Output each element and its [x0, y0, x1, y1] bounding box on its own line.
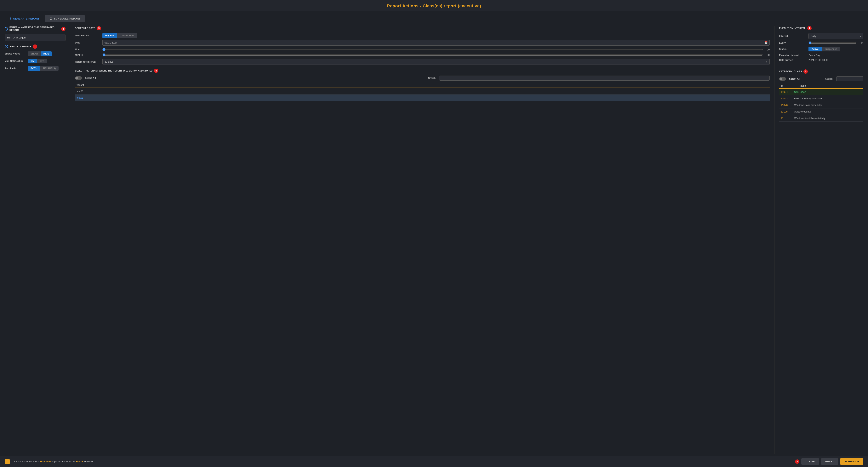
report-name-input[interactable]: [5, 34, 65, 41]
class-item-2[interactable]: 11076 Windows Task Scheduler: [779, 102, 863, 109]
class-id-2: 11076: [781, 104, 794, 107]
status-active-btn[interactable]: Active: [808, 47, 822, 51]
schedule-icon: ⏱: [50, 17, 53, 20]
panel-mid: Schedule Date 3 Date Format Day full Cur…: [70, 26, 774, 454]
divider: [779, 66, 863, 66]
tabs-bar: ⬆ Generate Report ⏱ Schedule Report: [0, 11, 868, 22]
mail-notification-toggle: On Off: [28, 59, 47, 63]
section3-header: Schedule Date 3: [75, 26, 770, 30]
tab-schedule-label: Schedule Report: [54, 17, 81, 20]
msg-reset-word: Reset: [76, 460, 83, 463]
date-format-dayfull-btn[interactable]: Day full: [102, 33, 117, 38]
class-item-0[interactable]: 11004 Unix logon: [779, 89, 863, 95]
date-value: 03/01/2024: [104, 41, 117, 44]
minute-value: 00: [764, 54, 770, 56]
class-id-sort-icon: ↑: [795, 85, 797, 87]
mail-off-btn[interactable]: Off: [37, 59, 47, 63]
status-suspended-btn[interactable]: Suspended: [822, 47, 840, 51]
section7-badge: 7: [795, 460, 799, 464]
interval-select[interactable]: Daily Weekly Monthly: [808, 33, 863, 39]
date-preview-row: Date preview: 2024-01-03 00:00: [779, 59, 863, 61]
class-search-label: Search:: [825, 78, 833, 80]
exec-interval-value: Every Day: [808, 54, 863, 57]
class-search-input[interactable]: [836, 76, 863, 81]
class-item-4[interactable]: 11... Windows Audit base Activity: [779, 115, 863, 122]
class-id-3: 11105: [781, 110, 794, 113]
class-name-4: Windows Audit base Activity: [794, 117, 825, 120]
section3-title: Schedule Date: [75, 27, 95, 30]
tenant-list-header: Tenant ↑: [75, 83, 770, 88]
tenant-select-all-label: Select All: [85, 77, 96, 80]
section1-header: i Enter a name for the generated report …: [5, 26, 65, 31]
class-name-3: Apache events: [794, 110, 811, 113]
schedule-button[interactable]: Schedule: [840, 458, 863, 465]
date-field[interactable]: 03/01/2024 📅: [102, 40, 770, 46]
reference-interval-select[interactable]: 30 days 7 days 60 days 90 days: [102, 59, 770, 65]
tab-schedule[interactable]: ⏱ Schedule Report: [45, 15, 85, 22]
section2-badge: 2: [33, 45, 37, 49]
class-id-0: 11004: [781, 90, 794, 93]
reference-interval-row: Reference Interval 30 days 7 days 60 day…: [75, 59, 770, 65]
panel-left: i Enter a name for the generated report …: [5, 26, 70, 454]
hour-value: 00: [764, 48, 770, 51]
section4-header: Execution Interval 4: [779, 26, 863, 30]
date-label: Date: [75, 41, 100, 44]
every-slider[interactable]: [808, 41, 857, 45]
empty-nodes-row: Empty nodes Show Hide: [5, 51, 65, 56]
every-label: Every: [779, 41, 806, 44]
date-format-currentdate-btn[interactable]: Current date: [117, 33, 137, 38]
class-list-controls: Select All Search:: [779, 76, 863, 81]
minute-slider[interactable]: [102, 53, 763, 56]
interval-select-wrapper: Daily Weekly Monthly: [808, 33, 863, 39]
warning-icon: !: [5, 459, 10, 464]
tenant-item-1[interactable]: test01: [75, 94, 770, 101]
status-row: Status Active Suspended: [779, 47, 863, 51]
mail-on-btn[interactable]: On: [28, 59, 37, 63]
every-row: Every 01: [779, 41, 863, 45]
class-select-all-toggle[interactable]: [779, 77, 786, 81]
tenant-list: test00 test01: [75, 88, 770, 101]
minute-row: Minute 00: [75, 53, 770, 56]
warning-icon-symbol: !: [7, 460, 8, 463]
section5-badge: 5: [154, 69, 158, 73]
section5-title: Select the tenant where the report will …: [75, 69, 152, 72]
class-item-1[interactable]: 11062 Users anomaly detection: [779, 95, 863, 102]
minute-label: Minute: [75, 54, 100, 56]
section2-title: Report options: [10, 45, 31, 48]
archive-both-btn[interactable]: Both: [28, 66, 40, 71]
date-preview-value: 2024-01-03 00:00: [808, 59, 863, 61]
section6-badge: 6: [803, 69, 808, 74]
tab-generate-label: Generate Report: [13, 17, 40, 20]
close-button[interactable]: Close: [801, 458, 819, 465]
class-name-1: Users anomaly detection: [794, 97, 822, 100]
msg-suffix: to revert.: [83, 460, 94, 463]
class-item-3[interactable]: 11105 Apache events: [779, 109, 863, 115]
archive-tenant-btn[interactable]: Tenant(s): [40, 66, 58, 71]
section4-title: Execution Interval: [779, 27, 806, 30]
hour-slider[interactable]: [102, 48, 763, 51]
hour-slider-row: 00: [102, 48, 770, 51]
section4-badge: 4: [807, 26, 812, 30]
class-name-0: Unix logon: [794, 90, 806, 93]
empty-nodes-show-btn[interactable]: Show: [28, 51, 41, 56]
panel-right: Execution Interval 4 Interval Daily Week…: [774, 26, 863, 454]
tenant-item-0[interactable]: test00: [75, 88, 770, 94]
date-format-row: Date Format Day full Current date: [75, 33, 770, 38]
reference-interval-wrapper: 30 days 7 days 60 days 90 days: [102, 59, 770, 65]
bottom-message: ! Data has changed. Click Schedule to pe…: [5, 459, 94, 464]
section6-title: Category: Class: [779, 70, 802, 73]
info-icon-2: i: [5, 45, 8, 48]
empty-nodes-hide-btn[interactable]: Hide: [41, 51, 52, 56]
tenant-select-all-toggle[interactable]: [75, 76, 82, 80]
interval-label: Interval: [779, 35, 806, 37]
section6-header: Category: Class 6: [779, 69, 863, 74]
date-row: Date 03/01/2024 📅: [75, 40, 770, 46]
empty-nodes-toggle: Show Hide: [28, 51, 52, 56]
page-title: Report Actions - Class(es) report (execu…: [387, 3, 481, 8]
reset-button[interactable]: Reset: [821, 458, 838, 465]
tab-generate[interactable]: ⬆ Generate Report: [5, 15, 44, 22]
tenant-search-input[interactable]: [439, 76, 770, 81]
interval-row: Interval Daily Weekly Monthly: [779, 33, 863, 39]
bottom-bar: ! Data has changed. Click Schedule to pe…: [0, 456, 868, 467]
reference-interval-label: Reference Interval: [75, 60, 100, 63]
